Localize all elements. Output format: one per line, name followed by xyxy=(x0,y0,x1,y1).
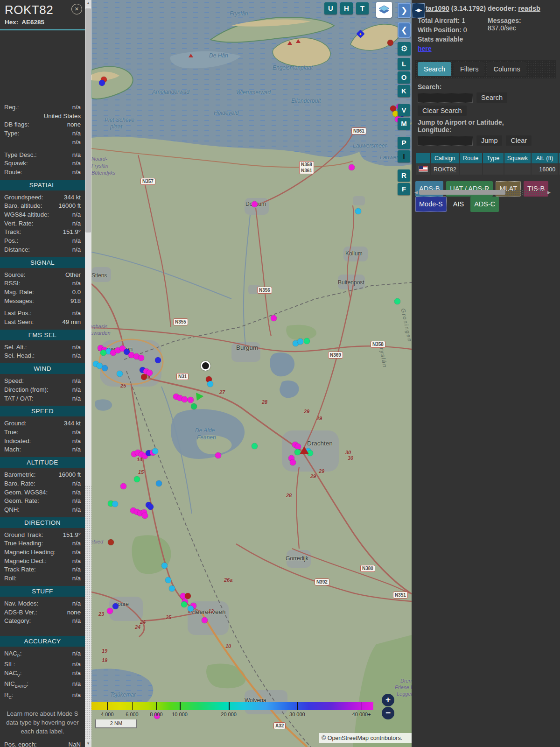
clear-search-button[interactable]: Clear Search xyxy=(418,106,467,116)
gear-icon[interactable]: ⚙ xyxy=(398,42,411,56)
aircraft-triangle-marker[interactable] xyxy=(300,446,309,454)
aircraft-history-dot[interactable] xyxy=(108,539,114,545)
aircraft-history-dot[interactable] xyxy=(161,563,168,569)
selected-aircraft-marker[interactable] xyxy=(201,361,210,371)
aircraft-history-dot[interactable] xyxy=(134,476,140,482)
tar1090-link[interactable]: tar1090 xyxy=(426,5,449,12)
aircraft-history-dot[interactable] xyxy=(141,374,147,380)
aircraft-history-dot[interactable] xyxy=(349,164,355,170)
table-horizontal-scrollbar[interactable]: ◀ ▶ xyxy=(414,189,551,196)
aircraft-history-dot[interactable] xyxy=(152,448,158,454)
callsign-cell[interactable]: ROKT82 xyxy=(431,164,459,175)
aircraft-history-dot[interactable] xyxy=(355,208,361,214)
aircraft-history-dot[interactable] xyxy=(202,617,208,623)
scroll-down-icon[interactable]: ▼ xyxy=(85,740,91,747)
zoom-in-button[interactable]: + xyxy=(382,694,394,706)
table-header-cell[interactable]: Type xyxy=(483,153,504,163)
legend-ais[interactable]: AIS xyxy=(449,197,468,212)
stats-here-link[interactable]: here xyxy=(418,45,432,52)
map-button-v[interactable]: V xyxy=(398,104,410,116)
readsb-link[interactable]: readsb xyxy=(518,5,540,12)
aircraft-history-dot[interactable] xyxy=(394,298,400,304)
tab-columns[interactable]: Columns xyxy=(487,62,526,76)
aircraft-history-dot[interactable] xyxy=(107,608,113,614)
scroll-up-icon[interactable]: ▲ xyxy=(85,0,91,7)
table-header-cell[interactable]: Route xyxy=(460,153,482,163)
aircraft-history-dot[interactable] xyxy=(191,403,197,409)
aircraft-history-dot[interactable] xyxy=(290,459,296,465)
table-header-cell[interactable]: Callsign xyxy=(431,153,459,163)
scrollbar-thumb[interactable] xyxy=(85,8,91,233)
aircraft-history-dot[interactable] xyxy=(252,201,258,207)
panel-collapse-icon[interactable]: ❮ xyxy=(398,22,411,38)
map-button-l[interactable]: L xyxy=(398,58,410,70)
zoom-out-button[interactable]: − xyxy=(382,707,394,719)
close-icon[interactable]: × xyxy=(71,4,82,14)
aircraft-history-dot[interactable] xyxy=(138,355,144,361)
aircraft-history-dot[interactable] xyxy=(188,606,194,612)
aircraft-history-dot[interactable] xyxy=(387,40,393,46)
map-button-t[interactable]: T xyxy=(356,2,369,14)
aircraft-history-dot[interactable] xyxy=(271,315,277,321)
map-button-f[interactable]: F xyxy=(398,183,410,195)
map-button-i[interactable]: I xyxy=(398,150,410,162)
map-button-k[interactable]: K xyxy=(398,85,410,97)
legend-mode-s[interactable]: Mode-S xyxy=(415,197,447,212)
map-button-m[interactable]: M xyxy=(398,118,410,130)
panel-toggle-button[interactable]: ◀▶ xyxy=(412,3,425,18)
map-button-u[interactable]: U xyxy=(324,2,337,14)
aircraft-history-dot[interactable] xyxy=(147,370,153,376)
sidebar-scrollbar[interactable]: ▲ ▼ xyxy=(85,0,91,747)
aircraft-history-dot[interactable] xyxy=(185,593,191,599)
map-button-r[interactable]: R xyxy=(398,169,410,182)
scroll-left-icon[interactable]: ◀ xyxy=(414,190,419,195)
map-attribution[interactable]: © OpenStreetMap contributors. xyxy=(319,733,412,743)
panel-expand-icon[interactable]: ❯ xyxy=(398,3,411,18)
aircraft-history-dot[interactable] xyxy=(142,513,148,519)
hscroll-track[interactable] xyxy=(419,190,546,195)
aircraft-history-dot[interactable] xyxy=(215,452,221,458)
aircraft-history-dot[interactable] xyxy=(100,350,106,356)
table-header-cell[interactable]: Squawk xyxy=(504,153,531,163)
aircraft-triangle-marker[interactable] xyxy=(287,41,292,45)
aircraft-history-dot[interactable] xyxy=(117,371,123,377)
aircraft-history-dot[interactable] xyxy=(181,601,187,607)
aircraft-history-dot[interactable] xyxy=(99,80,105,86)
map-button-p[interactable]: P xyxy=(398,137,410,149)
jump-input[interactable] xyxy=(418,136,473,146)
aircraft-history-dot[interactable] xyxy=(297,338,303,345)
jump-button[interactable]: Jump xyxy=(476,135,502,146)
hscroll-thumb[interactable] xyxy=(419,190,505,195)
aircraft-history-dot[interactable] xyxy=(112,603,119,609)
aircraft-history-dot[interactable] xyxy=(304,338,310,344)
aircraft-history-dot[interactable] xyxy=(120,483,126,489)
table-row[interactable]: ROKT8216000 xyxy=(416,164,560,175)
aircraft-history-dot[interactable] xyxy=(188,397,194,403)
aircraft-triangle-marker[interactable] xyxy=(189,54,193,57)
map-button-h[interactable]: H xyxy=(340,2,353,14)
aircraft-history-dot[interactable] xyxy=(165,577,171,583)
aircraft-history-dot[interactable] xyxy=(252,443,258,449)
aircraft-triangle-marker[interactable] xyxy=(296,39,301,43)
aircraft-history-dot[interactable] xyxy=(182,396,188,402)
table-header-cell[interactable]: Alt. (ft) xyxy=(532,153,558,163)
search-button[interactable]: Search xyxy=(476,92,507,103)
jump-clear-button[interactable]: Clear xyxy=(506,135,532,146)
aircraft-history-dot[interactable] xyxy=(169,585,175,592)
search-input[interactable] xyxy=(418,93,473,103)
layers-button[interactable] xyxy=(376,2,392,18)
aircraft-history-dot[interactable] xyxy=(147,504,154,510)
aircraft-history-dot[interactable] xyxy=(156,480,162,486)
map-button-o[interactable]: O xyxy=(398,71,410,84)
tab-search[interactable]: Search xyxy=(418,62,451,76)
tab-filters[interactable]: Filters xyxy=(454,62,484,76)
legend-ads-c[interactable]: ADS-C xyxy=(470,197,499,212)
aircraft-history-dot[interactable] xyxy=(155,357,161,363)
map-canvas[interactable]: DokkumKollumBuitenpostStiensLeeuwardenBu… xyxy=(91,0,412,747)
table-header-cell[interactable] xyxy=(416,153,430,163)
aircraft-history-dot[interactable] xyxy=(207,381,213,387)
scroll-right-icon[interactable]: ▶ xyxy=(546,190,551,195)
aircraft-history-dot[interactable] xyxy=(102,365,108,371)
scrollbar-track[interactable] xyxy=(85,486,91,740)
aircraft-history-dot[interactable] xyxy=(112,501,118,507)
